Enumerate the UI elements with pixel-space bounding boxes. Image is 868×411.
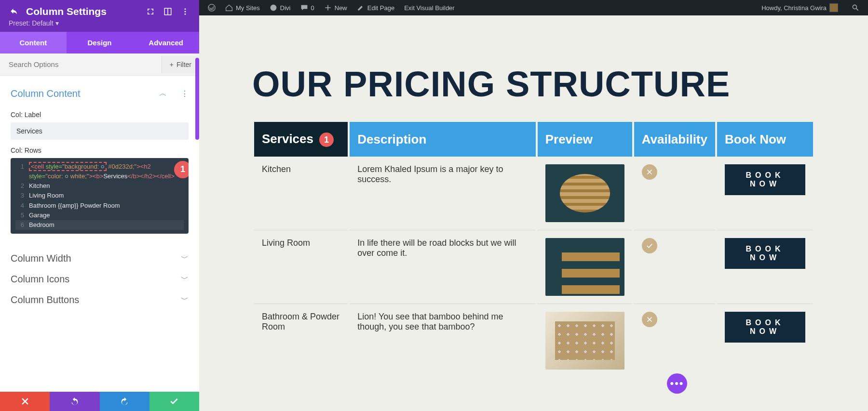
table-row: Living Room In life there will be road b… (254, 230, 813, 304)
th-availability: Availability (634, 122, 715, 157)
cell-service: Kitchen (254, 157, 348, 230)
drag-button[interactable] (163, 6, 173, 17)
cancel-button[interactable] (0, 392, 50, 411)
redo-icon (120, 397, 129, 406)
panel-scrollbar[interactable] (195, 58, 199, 140)
availability-yes (642, 238, 657, 253)
check-icon (169, 397, 179, 406)
search-toggle[interactable] (847, 0, 864, 15)
table-row: Bathroom & Powder Room Lion! You see tha… (254, 304, 813, 377)
cell-book: BOOK NOW (717, 230, 813, 304)
back-button[interactable] (9, 6, 19, 17)
wordpress-icon (208, 4, 216, 12)
availability-no (642, 164, 657, 180)
thumbnail (545, 312, 624, 370)
comments-link[interactable]: 0 (296, 0, 319, 15)
layout-icon (163, 7, 172, 16)
chevron-down-icon: ﹀ (181, 295, 189, 305)
col-label-input[interactable] (11, 122, 189, 140)
save-button[interactable] (149, 392, 199, 411)
divi-icon (270, 4, 277, 12)
header-badge: 1 (319, 133, 334, 147)
edit-page-link[interactable]: Edit Page (352, 0, 399, 15)
plus-icon (324, 4, 332, 12)
svg-point-1 (270, 5, 276, 11)
pencil-icon (357, 4, 365, 12)
th-book: Book Now (717, 122, 813, 157)
new-link[interactable]: New (319, 0, 352, 15)
book-button[interactable]: BOOK NOW (725, 238, 805, 269)
search-input[interactable] (0, 53, 162, 75)
svg-point-2 (853, 5, 856, 9)
expand-icon (146, 7, 155, 16)
chevron-up-icon: ︿ (159, 89, 167, 99)
undo-icon (70, 397, 80, 406)
avatar (829, 3, 838, 12)
divi-link[interactable]: Divi (265, 0, 296, 15)
page-title: OUR PRICING STRUCTURE (252, 64, 815, 105)
tab-design[interactable]: Design (67, 32, 133, 53)
fab-more[interactable]: ••• (667, 373, 687, 394)
kebab-icon (181, 7, 190, 16)
section-column-buttons[interactable]: Column Buttons﹀ (11, 290, 189, 310)
chevron-down-icon: ﹀ (181, 253, 189, 264)
preset-selector[interactable]: Preset: Default ▾ (9, 19, 190, 27)
plus-icon: + (170, 61, 174, 68)
undo-button[interactable] (50, 392, 99, 411)
wp-logo[interactable] (203, 0, 220, 15)
howdy-link[interactable]: Howdy, Christina Gwira (757, 0, 843, 15)
kebab-icon: ⋮ (181, 89, 189, 98)
tab-content[interactable]: Content (0, 32, 67, 53)
my-sites-link[interactable]: My Sites (220, 0, 265, 15)
th-services: Services1 (254, 122, 348, 157)
redo-button[interactable] (100, 392, 149, 411)
menu-button[interactable] (180, 6, 190, 17)
cell-availability (634, 157, 715, 230)
x-icon (645, 315, 654, 324)
table-row: Kitchen Lorem Khaled Ipsum is a major ke… (254, 157, 813, 230)
section-column-icons[interactable]: Column Icons﹀ (11, 269, 189, 290)
cell-service: Bathroom & Powder Room (254, 304, 348, 377)
book-button[interactable]: BOOK NOW (725, 312, 805, 343)
code-editor[interactable]: 1 1<cell style="background: ○ #0d232d;">… (11, 158, 189, 234)
cell-preview (538, 230, 632, 304)
close-icon (20, 397, 30, 406)
x-icon (645, 168, 654, 176)
thumbnail (545, 164, 624, 222)
chevron-down-icon: ▾ (55, 19, 59, 27)
exit-builder-link[interactable]: Exit Visual Builder (399, 0, 460, 15)
comment-icon (300, 4, 308, 12)
cell-book: BOOK NOW (717, 157, 813, 230)
th-description: Description (350, 122, 535, 157)
search-icon (852, 4, 859, 12)
col-label-label: Col: Label (11, 111, 189, 119)
sites-icon (225, 4, 233, 12)
back-arrow-icon (10, 7, 18, 16)
chevron-down-icon: ﹀ (181, 274, 189, 284)
section-column-width[interactable]: Column Width﹀ (11, 248, 189, 269)
cell-preview (538, 304, 632, 377)
cell-preview (538, 157, 632, 230)
cell-service: Living Room (254, 230, 348, 304)
thumbnail (545, 238, 624, 296)
panel-header: Column Settings Preset: Default ▾ (0, 0, 199, 32)
svg-point-5 (185, 11, 186, 13)
section-column-content[interactable]: Column Content ︿ ⋮ (11, 83, 189, 104)
settings-panel: Column Settings Preset: Default ▾ Conten… (0, 0, 199, 411)
availability-no (642, 312, 657, 327)
svg-point-4 (185, 8, 186, 10)
ellipsis-icon: ••• (670, 377, 684, 390)
check-icon (645, 241, 654, 250)
th-preview: Preview (538, 122, 632, 157)
book-button[interactable]: BOOK NOW (725, 164, 805, 195)
panel-tabs: Content Design Advanced (0, 32, 199, 53)
cell-desc: Lorem Khaled Ipsum is a major key to suc… (350, 157, 535, 230)
filter-button[interactable]: + Filter (162, 56, 199, 73)
code-badge-1: 1 (174, 161, 189, 178)
svg-point-6 (185, 13, 186, 15)
expand-button[interactable] (145, 6, 156, 17)
tab-advanced[interactable]: Advanced (133, 32, 199, 53)
bottom-actions (0, 392, 199, 411)
search-row: + Filter (0, 53, 199, 76)
cell-book: BOOK NOW (717, 304, 813, 377)
